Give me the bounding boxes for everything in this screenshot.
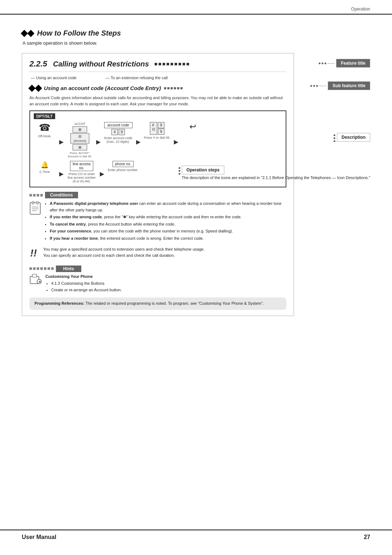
annot-description: Description (334, 133, 370, 142)
op-step-ctone: 🔔 C.Tone (34, 161, 56, 174)
op-step-line-access: line accessno. Press CO or enter line ac… (67, 161, 96, 183)
conditions-header: Conditions (29, 192, 286, 198)
prog-ref-text: The related or required programming is n… (85, 301, 264, 305)
num4: 4 (111, 129, 118, 135)
phone-no-btn: phone no. (113, 161, 134, 167)
how-to-title: How to Follow the Steps (37, 29, 121, 37)
accnt-note: Press 'ACCNT': Account or dial 49. (67, 151, 93, 158)
accnt-btn: ⊞ (73, 126, 87, 133)
hints-content: ★ Customising Your Phone 4.1.3 Customisi… (29, 274, 286, 293)
arrow-4: ▶ (174, 135, 178, 145)
section-name: Calling without Restrictions (53, 60, 149, 68)
main-box-wrapper: 2.2.5 Calling without Restrictions Using… (22, 53, 294, 316)
condition-item-2: If you enter the wrong code, press the "… (50, 214, 286, 220)
section-heading-row: 2.2.5 Calling without Restrictions (29, 59, 286, 72)
accnt-sublabel: ACCNT (74, 122, 85, 126)
toc-link-1: Using an account code (31, 76, 77, 80)
op-step-accnt: ACCNT ⊞ ⊟(Account) ⊞ Press 'ACCNT': Acco… (67, 122, 93, 158)
section-number: 2.2.5 (29, 59, 47, 69)
phone-no-label: Enter phone number. (108, 168, 138, 172)
hash99-label: Press # or dial 99. (144, 136, 171, 139)
dpt-label: DPT/SLT (34, 113, 55, 119)
note-item-2: You can specify an account cord to each … (43, 253, 175, 258)
svg-rect-8 (32, 274, 37, 277)
condition-item-1: A Panasonic digital proprietary telephon… (50, 200, 286, 213)
conditions-label: Conditions (45, 192, 78, 198)
ctone-icon: 🔔 (41, 161, 49, 169)
annot-feature-title: Feature title (319, 59, 370, 68)
annot-op-steps: Operation steps The description of the i… (179, 166, 370, 181)
annot-sub-feature: Sub feature title (310, 81, 370, 90)
hints-item-2: Create or re-arrange an Account button. (51, 287, 122, 293)
notepad-icon (29, 201, 41, 218)
hints-heading: Customising Your Phone (45, 274, 122, 280)
conditions-content: A Panasonic digital proprietary telephon… (29, 200, 286, 243)
toc-link-2: To an extension refusing the call (106, 76, 168, 80)
conditions-dots (29, 194, 43, 197)
return-arrow-icon: ↩ (189, 122, 196, 131)
subtitle-text: A sample operation is shown below. (23, 40, 370, 46)
hash-btn: #⊡ (150, 122, 157, 135)
op-step-phone-no: phone no. Enter phone number. (108, 161, 138, 172)
ctone-label: C.Tone (40, 170, 50, 174)
page-content: How to Follow the Steps A sample operati… (0, 15, 392, 341)
how-to-section-title: How to Follow the Steps (22, 29, 370, 37)
prog-ref-bold: Programming References: (34, 301, 85, 305)
footer-user-manual: User Manual (22, 534, 56, 540)
description-paragraph: An Account Code gives information about … (29, 95, 286, 107)
note-text: You may give a specified account cord to… (43, 246, 205, 259)
condition-item-5: If you hear a reorder tone, the entered … (50, 235, 286, 242)
note-icon: !! (29, 246, 40, 262)
op-diagram-row1: ☎ Off-hook. ▶ ACCNT ⊞ ⊟(Account) ⊞ (34, 122, 282, 158)
num9b: 9 (158, 129, 164, 135)
page-header: Operation (0, 0, 392, 15)
condition-item-4: For your convenience, you can store the … (50, 228, 286, 235)
hints-icon: ★ (29, 274, 42, 288)
diamond-icon-2 (27, 30, 34, 37)
svg-rect-2 (37, 201, 38, 204)
hints-label: Hints (56, 266, 81, 272)
conditions-section: Conditions (29, 192, 286, 262)
arrow-5: ▶ (59, 167, 64, 177)
conditions-list: A Panasonic digital proprietary telephon… (45, 200, 286, 243)
main-content-box: 2.2.5 Calling without Restrictions Using… (22, 53, 294, 316)
arrow-6: ▶ (100, 167, 104, 177)
op-step-account-code: account code 4 9 Enter account code(max.… (104, 122, 132, 143)
dot-line-decoration (155, 63, 189, 65)
accnt-btn3: ⊞ (73, 144, 87, 150)
svg-text:!!: !! (30, 247, 37, 259)
sub-feature-callout-box: Sub feature title (328, 81, 370, 90)
description-callout-box: Description (337, 133, 370, 142)
arrow-3: ▶ (136, 135, 140, 145)
line-access-btn: line accessno. (70, 161, 93, 171)
note-section: !! You may give a specified account cord… (29, 246, 286, 262)
line-access-label: Press CO or enter line access number (9 … (67, 172, 96, 183)
op-step-offhook: ☎ Off-hook. (34, 122, 56, 138)
arrow-1: ▶ (59, 135, 64, 145)
offhook-label: Off-hook. (38, 134, 52, 138)
op-steps-callout-text: The description of the icons are explain… (182, 175, 370, 181)
header-section: Operation (351, 7, 370, 12)
op-steps-callout-label: Operation steps (182, 166, 224, 174)
feature-title-callout-box: Feature title (336, 59, 370, 68)
account-code-label: Enter account code(max. 10 digits). (104, 136, 132, 143)
programming-ref: Programming References: The related or r… (29, 297, 286, 310)
svg-rect-1 (32, 201, 34, 204)
hints-text-block: Customising Your Phone 4.1.3 Customising… (45, 274, 122, 293)
note-item-1: You may give a specified account cord to… (43, 247, 205, 251)
arrow-2: ▶ (96, 135, 101, 145)
toc-links: Using an account code To an extension re… (29, 76, 286, 80)
svg-rect-0 (30, 203, 40, 214)
box-inner: 2.2.5 Calling without Restrictions Using… (22, 53, 294, 316)
svg-text:★: ★ (38, 280, 41, 284)
sub-diamond-icons (29, 86, 41, 91)
sub-feature-dots (164, 87, 183, 89)
diamond-icons (22, 31, 33, 36)
sub-diamond-2 (35, 85, 42, 92)
page-footer: User Manual 27 (0, 530, 392, 544)
phone-icon: ☎ (39, 122, 50, 133)
accnt-btn2: ⊟(Account) (70, 133, 89, 143)
hints-section: Hints ★ Customising Your Ph (29, 266, 286, 293)
condition-item-3: To cancel the entry, press the Account b… (50, 221, 286, 228)
sub-feature-heading: Using an account code (Account Code Entr… (29, 85, 286, 91)
